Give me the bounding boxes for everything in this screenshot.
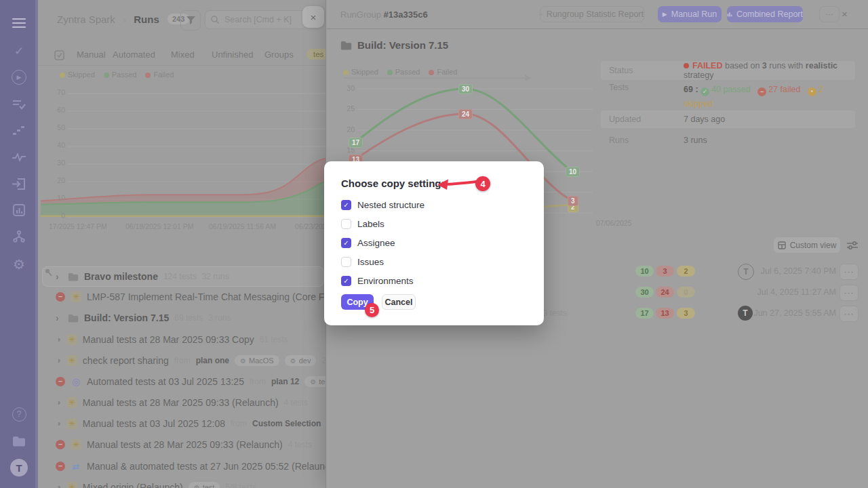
option-nested-structure[interactable]: ✓ Nested structure xyxy=(341,199,425,211)
option-label: Labels xyxy=(357,219,384,229)
option-label: Issues xyxy=(357,257,384,267)
option-assignee[interactable]: ✓ Assignee xyxy=(341,237,395,249)
checkbox-checked-icon[interactable]: ✓ xyxy=(341,200,351,210)
option-label: Nested structure xyxy=(357,200,425,210)
option-label: Assignee xyxy=(357,238,395,248)
option-issues[interactable]: Issues xyxy=(341,256,384,268)
modal-title: Choose copy settings xyxy=(341,178,447,189)
checkbox-unchecked-icon[interactable] xyxy=(341,219,351,229)
checkbox-checked-icon[interactable]: ✓ xyxy=(341,276,351,286)
copy-settings-modal: Choose copy settings ✓ Nested structure … xyxy=(324,161,544,325)
option-labels[interactable]: Labels xyxy=(341,218,384,230)
checkbox-unchecked-icon[interactable] xyxy=(341,257,351,267)
annotation-step-4: 4 xyxy=(475,176,490,191)
option-environments[interactable]: ✓ Environments xyxy=(341,274,414,287)
option-label: Environments xyxy=(357,276,414,286)
cancel-button[interactable]: Cancel xyxy=(382,294,416,310)
annotation-step-5: 5 xyxy=(365,303,379,317)
app-root: ✓ ▶ ⚙ ? T Zyntra Spark › Runs xyxy=(0,0,868,488)
checkbox-checked-icon[interactable]: ✓ xyxy=(341,238,351,248)
